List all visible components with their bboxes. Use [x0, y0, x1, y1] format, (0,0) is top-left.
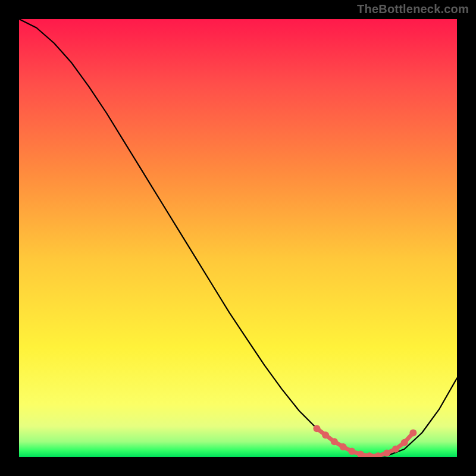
marker-dot [322, 431, 329, 439]
marker-dot [313, 425, 320, 432]
marker-dot [383, 449, 390, 456]
marker-dot [348, 447, 355, 455]
marker-dot [401, 439, 408, 446]
plot-area [19, 19, 457, 457]
marker-dot [366, 452, 373, 457]
chart-overlay [19, 19, 457, 457]
series-curve [19, 19, 457, 456]
marker-dot [409, 430, 416, 437]
watermark-text: TheBottleneck.com [357, 2, 469, 16]
marker-dot [340, 443, 347, 450]
marker-dot [392, 446, 399, 453]
chart-container: TheBottleneck.com [0, 0, 476, 476]
marker-dot [331, 438, 338, 445]
